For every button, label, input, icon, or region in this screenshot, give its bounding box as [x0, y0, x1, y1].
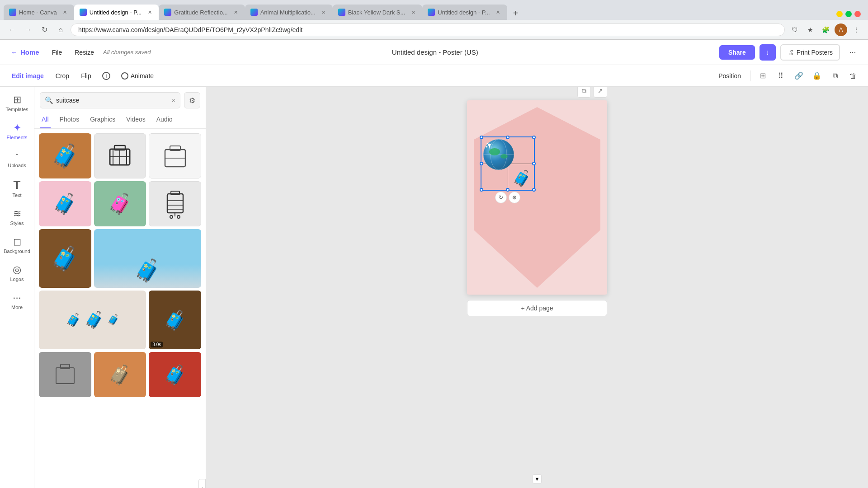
tab-close-2[interactable]: ✕ — [146, 9, 153, 16]
handle-t[interactable] — [506, 136, 509, 139]
link-button[interactable]: 🔗 — [791, 68, 807, 84]
tab-close-5[interactable]: ✕ — [410, 9, 417, 16]
close-button[interactable] — [854, 11, 861, 17]
new-tab-button[interactable]: + — [509, 6, 523, 20]
result-item-12[interactable]: 🧳 — [94, 352, 146, 397]
download-button[interactable]: ↓ — [760, 44, 776, 61]
tab-close-3[interactable]: ✕ — [232, 9, 240, 16]
logos-icon: ◎ — [13, 265, 21, 275]
browser-tab-4[interactable]: Animal Multiplicatio... ✕ — [245, 5, 333, 20]
resize-menu[interactable]: Resize — [71, 46, 98, 59]
home-nav-button[interactable]: ⌂ — [54, 23, 67, 36]
page-down-button[interactable]: ▼ — [533, 474, 542, 483]
result-item-10[interactable]: 🧳 8.0s — [149, 291, 201, 349]
position-button[interactable]: Position — [714, 70, 745, 82]
maximize-button[interactable] — [845, 11, 852, 17]
handle-l[interactable] — [480, 162, 483, 165]
share-button[interactable]: Share — [719, 45, 755, 60]
minimize-button[interactable] — [836, 11, 843, 17]
crop-button[interactable]: Crop — [51, 70, 74, 82]
star-icon[interactable]: ★ — [804, 23, 816, 36]
canvas-page[interactable]: ✈ 🧳 ↻ — [467, 100, 607, 295]
flip-button[interactable]: Flip — [76, 70, 96, 82]
delete-button[interactable]: 🗑 — [845, 68, 861, 84]
tab-audio[interactable]: Audio — [155, 112, 175, 128]
canvas-copy-button[interactable]: ⧉ — [577, 87, 591, 98]
sidebar-item-templates[interactable]: ⊞ Templates — [2, 90, 33, 117]
tab-title-4: Animal Multiplicatio... — [260, 9, 316, 16]
tab-graphics[interactable]: Graphics — [88, 112, 117, 128]
address-input[interactable] — [71, 23, 785, 36]
tab-all[interactable]: All — [40, 112, 51, 128]
panel-collapse-button[interactable]: ‹ — [198, 479, 206, 488]
animate-button[interactable]: Animate — [117, 70, 158, 82]
reload-button[interactable]: ↻ — [38, 23, 51, 36]
handle-tl[interactable] — [480, 136, 483, 139]
info-icon: i — [102, 72, 110, 80]
result-item-9[interactable]: 🧳 🧳 🧳 — [39, 291, 146, 349]
sidebar-item-elements[interactable]: ✦ Elements — [2, 118, 33, 145]
handle-br[interactable] — [532, 188, 536, 192]
result-item-4[interactable]: 🧳 — [39, 181, 91, 226]
file-menu[interactable]: File — [48, 46, 66, 59]
canvas-expand-button[interactable]: ↗ — [594, 87, 607, 98]
lock-button[interactable]: 🔒 — [809, 68, 825, 84]
print-button[interactable]: 🖨 Print Posters — [780, 44, 840, 61]
align-button[interactable]: ⊞ — [755, 68, 770, 84]
more-header-button[interactable]: ··· — [844, 44, 861, 61]
handle-r[interactable] — [532, 162, 536, 165]
sidebar-label-logos: Logos — [10, 277, 24, 282]
canvas-area[interactable]: ⧉ ↗ — [206, 87, 868, 488]
handle-tr[interactable] — [532, 136, 536, 139]
tab-close-6[interactable]: ✕ — [495, 9, 502, 16]
align-icon: ⊞ — [760, 71, 766, 80]
result-item-5[interactable]: 🧳 — [94, 181, 146, 226]
browser-tab-5[interactable]: Black Yellow Dark S... ✕ — [333, 5, 422, 20]
sidebar-item-uploads[interactable]: ↑ Uploads — [2, 146, 33, 173]
handle-b[interactable] — [506, 188, 509, 192]
back-button[interactable]: ← — [5, 23, 18, 36]
result-item-3[interactable] — [149, 133, 201, 178]
filter-icon: ⚙ — [189, 96, 195, 105]
filter-button[interactable]: ⚙ — [184, 92, 200, 108]
sidebar-item-text[interactable]: T Text — [2, 174, 33, 202]
edit-image-button[interactable]: Edit image — [7, 70, 48, 82]
tab-close-1[interactable]: ✕ — [61, 9, 69, 16]
browser-tab-3[interactable]: Gratitude Reflectio... ✕ — [159, 5, 245, 20]
sidebar-item-background[interactable]: ◻ Background — [2, 232, 33, 258]
handle-bl[interactable] — [480, 188, 483, 192]
profile-icon[interactable]: A — [835, 23, 847, 36]
search-clear-button[interactable]: × — [172, 97, 175, 104]
copy-button[interactable]: ⧉ — [827, 68, 843, 84]
forward-button[interactable]: → — [22, 23, 34, 36]
browser-tab-6[interactable]: Untitled design - P... ✕ — [422, 5, 507, 20]
tab-videos[interactable]: Videos — [124, 112, 147, 128]
grid-button[interactable]: ⠿ — [773, 68, 788, 84]
tab-photos[interactable]: Photos — [58, 112, 81, 128]
result-item-1[interactable]: 🧳 — [39, 133, 91, 178]
info-button[interactable]: i — [99, 68, 114, 84]
svg-rect-9 — [167, 194, 183, 213]
result-item-7[interactable]: 🧳 — [39, 229, 91, 288]
result-item-8[interactable]: 🧳 — [94, 229, 201, 288]
sidebar-item-more[interactable]: ··· More — [2, 288, 33, 314]
shield-icon[interactable]: 🛡 — [788, 23, 801, 36]
browser-tab-1[interactable]: Home - Canva ✕ — [4, 5, 74, 20]
extensions-icon[interactable]: 🧩 — [819, 23, 832, 36]
tab-close-4[interactable]: ✕ — [320, 9, 327, 16]
result-item-2[interactable] — [94, 133, 146, 178]
search-input[interactable] — [53, 93, 172, 108]
more-browser-button[interactable]: ⋮ — [850, 23, 863, 36]
add-page-button[interactable]: + Add page — [467, 300, 607, 316]
sidebar-label-styles: Styles — [10, 221, 24, 226]
browser-tab-2[interactable]: Untitled design - P... ✕ — [74, 5, 159, 20]
rotate-element-button[interactable]: ↻ — [495, 192, 507, 203]
result-item-6[interactable] — [149, 181, 201, 226]
sidebar-item-logos[interactable]: ◎ Logos — [2, 260, 33, 286]
result-item-13[interactable]: 🧳 — [149, 352, 201, 397]
zoom-element-button[interactable]: ⊕ — [509, 192, 520, 203]
result-item-11[interactable] — [39, 352, 91, 397]
selected-element[interactable]: ✈ 🧳 ↻ — [481, 136, 535, 191]
home-button[interactable]: ← Home — [7, 46, 43, 59]
sidebar-item-styles[interactable]: ≋ Styles — [2, 204, 33, 230]
